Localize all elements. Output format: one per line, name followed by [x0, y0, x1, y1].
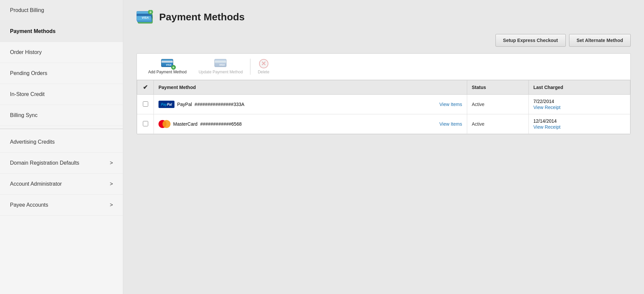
update-payment-icon	[214, 59, 227, 68]
page-title: Payment Methods	[159, 11, 245, 23]
mastercard-method-cell: MasterCard ############6568 View Items	[154, 114, 467, 134]
payment-panel: + Add Payment Method Update Payment Meth…	[137, 53, 631, 134]
add-payment-icon: +	[161, 59, 174, 68]
sidebar-divider	[0, 129, 123, 129]
table-row: PayPal PayPal ###############333A View I…	[137, 95, 630, 114]
sidebar-item-pending-orders[interactable]: Pending Orders	[0, 63, 123, 84]
mastercard-number: ############6568	[200, 121, 242, 127]
mastercard-method-content: MasterCard ############6568 View Items	[159, 120, 462, 128]
mastercard-name: MasterCard ############6568	[159, 120, 436, 128]
plus-badge-icon: +	[171, 65, 176, 70]
mastercard-row-checkbox[interactable]	[143, 121, 148, 126]
sidebar-item-account-administrator[interactable]: Account Administrator>	[0, 174, 123, 195]
delete-label: Delete	[258, 70, 269, 74]
mastercard-logo-icon	[159, 120, 170, 128]
paypal-last-charged-cell: 7/22/2014 View Receipt	[528, 95, 630, 114]
paypal-name: PayPal PayPal ###############333A	[159, 101, 436, 108]
paypal-logo-icon: PayPal	[159, 101, 174, 108]
chevron-right-icon: >	[110, 181, 113, 187]
svg-text:+: +	[150, 10, 152, 14]
select-all-icon: ✔	[143, 84, 148, 91]
paypal-number: ###############333A	[194, 102, 244, 107]
sidebar-item-payee-accounts[interactable]: Payee Accounts>	[0, 195, 123, 216]
sidebar-item-domain-registration[interactable]: Domain Registration Defaults>	[0, 153, 123, 174]
main-content: VISA + Payment Methods Setup Express Che…	[123, 0, 644, 294]
toolbar-separator	[250, 59, 250, 75]
mastercard-view-receipt-link[interactable]: View Receipt	[533, 124, 625, 130]
mastercard-last-charged-cell: 12/14/2014 View Receipt	[528, 114, 630, 134]
payment-toolbar: + Add Payment Method Update Payment Meth…	[137, 54, 630, 80]
page-header: VISA + Payment Methods	[137, 10, 631, 24]
paypal-row-checkbox[interactable]	[143, 101, 148, 107]
add-payment-method-label: Add Payment Method	[148, 70, 186, 74]
mastercard-last-charged-date: 12/14/2014	[533, 118, 557, 124]
delete-button[interactable]: ✕ Delete	[252, 57, 275, 76]
mastercard-view-items-link[interactable]: View Items	[440, 121, 462, 127]
chevron-right-icon: >	[110, 202, 113, 208]
table-row: MasterCard ############6568 View Items A…	[137, 114, 630, 134]
paypal-last-charged-date: 7/22/2014	[533, 99, 554, 104]
paypal-label: PayPal	[177, 102, 192, 107]
chevron-right-icon: >	[110, 160, 113, 166]
set-alternate-method-button[interactable]: Set Alternate Method	[569, 34, 631, 47]
sidebar-item-in-store-credit[interactable]: In-Store Credit	[0, 84, 123, 105]
update-payment-method-button[interactable]: Update Payment Method	[192, 57, 249, 76]
paypal-view-items-link[interactable]: View Items	[440, 102, 462, 107]
add-payment-method-button[interactable]: + Add Payment Method	[142, 57, 192, 76]
row-checkbox-cell	[137, 114, 154, 134]
delete-icon: ✕	[259, 59, 268, 68]
sidebar-item-payment-methods[interactable]: Payment Methods	[0, 21, 123, 42]
sidebar-item-billing-sync[interactable]: Billing Sync	[0, 105, 123, 126]
paypal-view-receipt-link[interactable]: View Receipt	[533, 105, 625, 110]
mastercard-status-cell: Active	[467, 114, 528, 134]
row-checkbox-cell	[137, 95, 154, 114]
col-last-charged: Last Charged	[528, 80, 630, 95]
sidebar-item-order-history[interactable]: Order History	[0, 42, 123, 63]
setup-express-checkout-button[interactable]: Setup Express Checkout	[495, 34, 566, 47]
sidebar: Product BillingPayment MethodsOrder Hist…	[0, 0, 123, 294]
col-payment-method: Payment Method	[154, 80, 467, 95]
mastercard-label: MasterCard	[173, 121, 197, 127]
sidebar-item-advertising-credits[interactable]: Advertising Credits	[0, 132, 123, 153]
svg-rect-5	[137, 14, 151, 16]
payment-methods-icon: VISA +	[137, 10, 154, 24]
col-select: ✔	[137, 80, 154, 95]
paypal-method-cell: PayPal PayPal ###############333A View I…	[154, 95, 467, 114]
sidebar-item-product-billing[interactable]: Product Billing	[0, 0, 123, 21]
paypal-status-cell: Active	[467, 95, 528, 114]
payment-methods-table: ✔ Payment Method Status Last Charged	[137, 80, 630, 134]
svg-text:VISA: VISA	[142, 16, 149, 19]
action-buttons-row: Setup Express Checkout Set Alternate Met…	[137, 34, 631, 47]
paypal-method-content: PayPal PayPal ###############333A View I…	[159, 101, 462, 108]
update-payment-method-label: Update Payment Method	[198, 70, 243, 74]
col-status: Status	[467, 80, 528, 95]
